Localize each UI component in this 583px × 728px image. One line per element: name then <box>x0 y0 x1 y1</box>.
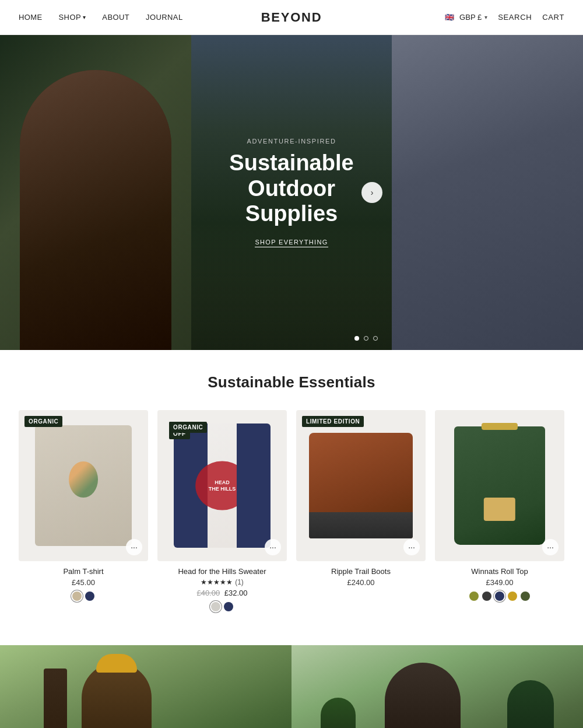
currency-chevron-icon: ▾ <box>484 14 487 20</box>
hero-section: ADVENTURE-INSPIRED Sustainable OutdoorSu… <box>0 35 583 350</box>
plant-left <box>321 698 356 728</box>
nav-shop[interactable]: SHOP ▾ <box>59 13 86 22</box>
flag-icon: 🇬🇧 <box>445 13 456 22</box>
hero-dot-1[interactable] <box>354 336 359 341</box>
product-price-sweater: £40.00 £32.00 <box>157 589 287 597</box>
product-name-tshirt: Palm T-shirt <box>19 567 148 576</box>
nav-home[interactable]: HOME <box>19 13 43 22</box>
price-sale: £32.00 <box>224 589 248 597</box>
product-more-button-backpack[interactable]: ··· <box>542 539 559 555</box>
hero-panel-right <box>392 35 583 350</box>
color-dot-charcoal[interactable] <box>482 592 491 601</box>
hero-subtitle: ADVENTURE-INSPIRED <box>203 138 380 145</box>
product-image-boots: LIMITED EDITION ··· <box>296 410 426 561</box>
color-dot-gold[interactable] <box>508 592 517 601</box>
color-dot-navy-2[interactable] <box>224 602 233 611</box>
nav-left: HOME SHOP ▾ ABOUT JOURNAL <box>19 13 183 22</box>
hero-next-button[interactable]: › <box>361 182 382 203</box>
nav-journal[interactable]: JOURNAL <box>146 13 182 22</box>
product-more-button-sweater[interactable]: ··· <box>265 539 281 555</box>
plant-right <box>507 680 554 728</box>
stars-icon: ★★★★★ <box>201 578 233 586</box>
badge-organic-2: ORGANIC <box>169 422 207 433</box>
section-title: Sustainable Essentials <box>0 350 583 405</box>
badge-limited: LIMITED EDITION <box>302 416 364 427</box>
currency-label: GBP £ <box>459 13 482 22</box>
hero-title: Sustainable OutdoorSupplies <box>203 150 380 227</box>
color-dot-navy[interactable] <box>85 592 94 601</box>
price-old: £40.00 <box>196 589 220 597</box>
nav-about[interactable]: ABOUT <box>102 13 129 22</box>
sweater-image: HEADTHE HILLS <box>174 424 271 547</box>
product-colors-sweater <box>157 602 287 611</box>
color-dot-forest[interactable] <box>521 592 530 601</box>
color-dot-olive[interactable] <box>469 592 479 601</box>
shop-chevron-icon: ▾ <box>83 14 86 20</box>
hero-dot-3[interactable] <box>373 336 378 341</box>
tshirt-image <box>35 425 132 546</box>
navbar: HOME SHOP ▾ ABOUT JOURNAL BEYOND 🇬🇧 GBP … <box>0 0 583 35</box>
product-colors-backpack <box>435 592 564 601</box>
hero-dot-2[interactable] <box>364 336 368 341</box>
product-price-boots: £240.00 <box>296 578 426 587</box>
rating-count: (1) <box>235 578 244 586</box>
product-card-backpack: ··· Winnats Roll Top £349.00 <box>430 405 569 616</box>
color-dot-navy-3[interactable] <box>495 592 504 601</box>
product-card-boots: LIMITED EDITION ··· Ripple Trail Boots £… <box>292 405 430 616</box>
product-rating-sweater: ★★★★★ (1) <box>157 578 287 586</box>
color-dot-tan[interactable] <box>72 592 82 601</box>
hat-shape <box>96 654 137 673</box>
bottom-person-left <box>82 663 152 728</box>
tree-trunk-1 <box>44 668 67 728</box>
nav-right: 🇬🇧 GBP £ ▾ SEARCH CART <box>445 13 564 22</box>
badge-organic: ORGANIC <box>24 416 62 427</box>
product-more-button-boots[interactable]: ··· <box>403 539 420 555</box>
product-name-sweater: Head for the Hills Sweater <box>157 567 287 576</box>
bottom-panel-left <box>0 645 292 728</box>
color-dot-grey[interactable] <box>211 602 220 611</box>
bottom-panel-right <box>292 645 583 728</box>
product-card-palm-tshirt: ORGANIC ··· Palm T-shirt £45.00 <box>14 405 153 616</box>
hero-cta-button[interactable]: SHOP EVERYTHING <box>255 239 328 247</box>
product-image-sweater: 20% OFF ORGANIC HEADTHE HILLS ··· <box>157 410 287 561</box>
product-image-backpack: ··· <box>435 410 564 561</box>
product-name-backpack: Winnats Roll Top <box>435 567 564 576</box>
hero-panel-left <box>0 35 191 350</box>
product-image-palm-tshirt: ORGANIC ··· <box>19 410 148 561</box>
boots-image <box>309 433 413 538</box>
search-link[interactable]: SEARCH <box>498 13 532 22</box>
product-more-button-tshirt[interactable]: ··· <box>126 539 142 555</box>
product-grid: ORGANIC ··· Palm T-shirt £45.00 20% OFF … <box>0 405 583 639</box>
sweater-logo: HEADTHE HILLS <box>195 461 249 510</box>
bottom-section <box>0 645 583 728</box>
product-name-boots: Ripple Trail Boots <box>296 567 426 576</box>
currency-selector[interactable]: 🇬🇧 GBP £ ▾ <box>445 13 487 22</box>
hero-person-left-img <box>20 70 171 350</box>
backpack-image <box>454 426 545 544</box>
product-card-sweater: 20% OFF ORGANIC HEADTHE HILLS ··· Head f… <box>153 405 292 616</box>
hero-panel-center: ADVENTURE-INSPIRED Sustainable OutdoorSu… <box>191 35 392 350</box>
product-colors-tshirt <box>19 592 148 601</box>
brand-logo[interactable]: BEYOND <box>261 10 322 25</box>
product-price-tshirt: £45.00 <box>19 578 148 587</box>
hero-dots <box>354 336 378 341</box>
product-price-backpack: £349.00 <box>435 578 564 587</box>
cart-link[interactable]: CART <box>542 13 564 22</box>
